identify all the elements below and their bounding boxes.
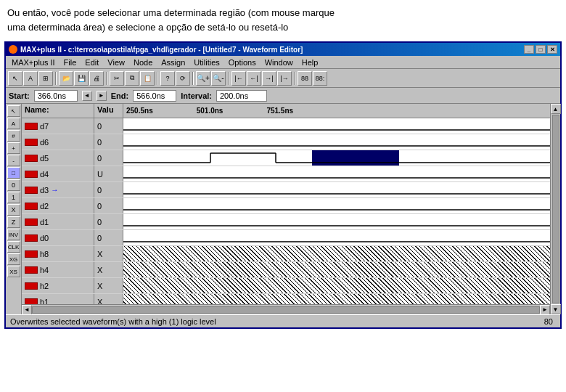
v-scrollbar: ▲ ▼ xyxy=(550,104,560,314)
sig-graph-d2[interactable] xyxy=(123,198,550,213)
sig-graph-d7[interactable] xyxy=(123,118,550,134)
close-button[interactable]: ✕ xyxy=(547,45,557,54)
table-row: d3 → 0 xyxy=(22,182,550,198)
lt-1[interactable]: 1 xyxy=(7,192,20,203)
menu-assign[interactable]: Assign xyxy=(157,57,189,68)
lt-inv[interactable]: INV xyxy=(7,229,20,240)
sig-svg-d6 xyxy=(123,134,550,150)
tb-btn-5[interactable]: 💾 xyxy=(74,71,89,86)
lt-0[interactable]: 0 xyxy=(7,179,20,191)
tb-btn-15[interactable]: |→ xyxy=(277,71,292,86)
start-field[interactable] xyxy=(34,90,78,102)
tb-btn-14[interactable]: →| xyxy=(262,71,276,86)
tb-btn-3[interactable]: ⊞ xyxy=(38,71,53,86)
lt-zoomout[interactable]: - xyxy=(7,155,20,166)
sig-graph-d0[interactable] xyxy=(123,230,550,245)
signal-name-d7: d7 xyxy=(22,118,94,134)
lt-zoomin[interactable]: + xyxy=(7,142,20,154)
lt-grid[interactable]: # xyxy=(7,130,20,142)
sig-graph-h2[interactable] xyxy=(123,278,550,293)
tb-btn-zoom-out[interactable]: 🔍- xyxy=(211,71,226,86)
sig-color-d5 xyxy=(25,155,38,162)
nav-next[interactable]: ► xyxy=(97,91,107,101)
start-label: Start: xyxy=(9,91,30,100)
sig-graph-d4[interactable] xyxy=(123,166,550,181)
lt-snap[interactable]: □ xyxy=(7,167,20,179)
lt-text[interactable]: A xyxy=(7,118,20,129)
tb-btn-17[interactable]: 88: xyxy=(313,71,327,86)
tb-btn-7[interactable]: ✂ xyxy=(110,71,124,86)
table-row: d5 0 xyxy=(22,150,550,166)
hscroll-left[interactable]: ◄ xyxy=(22,305,32,315)
sig-graph-d5[interactable] xyxy=(123,150,550,166)
lt-clk[interactable]: CLK xyxy=(7,241,20,253)
menu-options[interactable]: Options xyxy=(224,57,261,68)
menu-utilities[interactable]: Utilities xyxy=(189,57,223,68)
sig-val-d1: 0 xyxy=(94,214,123,229)
time-label-0: 250.5ns xyxy=(126,107,153,115)
sig-label-h4: h4 xyxy=(40,266,49,274)
sig-graph-d6[interactable] xyxy=(123,134,550,150)
sig-graph-h1[interactable] xyxy=(123,294,550,304)
sig-val-d7: 0 xyxy=(94,118,123,134)
menu-window[interactable]: Window xyxy=(261,57,298,68)
sig-label-d5: d5 xyxy=(40,154,49,163)
wf-name-header: Name: xyxy=(22,104,94,118)
tb-btn-16[interactable]: 88 xyxy=(298,71,312,86)
hscroll-track[interactable] xyxy=(32,306,540,314)
menu-maxplusii[interactable]: MAX+plus II xyxy=(7,57,60,68)
menu-file[interactable]: File xyxy=(60,57,81,68)
sig-val-d4: U xyxy=(94,166,123,181)
tb-btn-6[interactable]: 🖨 xyxy=(89,71,104,86)
sig-val-h2: X xyxy=(94,278,123,293)
sig-color-h8 xyxy=(25,250,38,258)
sig-val-d6: 0 xyxy=(94,134,123,150)
lt-x[interactable]: X xyxy=(7,204,20,216)
lt-z[interactable]: Z xyxy=(7,216,20,228)
sig-graph-d1[interactable] xyxy=(123,214,550,229)
signal-name-d4: d4 xyxy=(22,166,94,181)
nav-prev[interactable]: ◄ xyxy=(82,91,92,101)
interval-field[interactable] xyxy=(216,90,267,102)
sig-graph-h4[interactable] xyxy=(123,262,550,277)
sig-color-d7 xyxy=(25,123,38,130)
tb-btn-8[interactable]: ⧉ xyxy=(125,71,139,86)
tb-btn-13[interactable]: ←| xyxy=(247,71,261,86)
sig-label-d1: d1 xyxy=(40,218,49,226)
sig-graph-h8[interactable] xyxy=(123,246,550,261)
sig-label-d3: d3 xyxy=(40,186,49,195)
table-row: d4 U xyxy=(22,166,550,182)
intro-line1: Ou então, você pode selecionar uma deter… xyxy=(7,6,559,20)
lt-xg[interactable]: XG xyxy=(7,253,20,265)
menu-view[interactable]: View xyxy=(103,57,129,68)
minimize-button[interactable]: _ xyxy=(524,45,534,54)
tb-btn-zoom-in[interactable]: 🔍+ xyxy=(196,71,210,86)
tb-btn-2[interactable]: A xyxy=(23,71,38,86)
tb-btn-9[interactable]: 📋 xyxy=(140,71,155,86)
tb-btn-4[interactable]: 📂 xyxy=(59,71,73,86)
vscroll-track[interactable] xyxy=(552,115,559,303)
lt-xs[interactable]: XS xyxy=(7,266,20,277)
end-field[interactable] xyxy=(133,90,176,102)
window-title: MAX+plus II - c:\terroso\apostila\fpga_v… xyxy=(20,46,303,54)
vscroll-up[interactable]: ▲ xyxy=(551,104,561,114)
menu-help[interactable]: Help xyxy=(298,57,323,68)
sig-val-h4: X xyxy=(94,262,123,277)
menu-node[interactable]: Node xyxy=(129,57,157,68)
lt-select[interactable]: ↖ xyxy=(7,105,20,117)
sig-label-d6: d6 xyxy=(40,138,49,147)
tb-btn-11[interactable]: ⟳ xyxy=(176,71,190,86)
signal-name-h1: h1 xyxy=(22,294,94,304)
vscroll-down[interactable]: ▼ xyxy=(551,304,561,314)
sig-svg-d0 xyxy=(123,230,550,245)
menu-edit[interactable]: Edit xyxy=(81,57,103,68)
sig-graph-d3[interactable] xyxy=(123,182,550,197)
wf-val-header: Valu xyxy=(94,104,123,118)
maximize-button[interactable]: □ xyxy=(536,45,546,54)
hscroll-right[interactable]: ► xyxy=(540,305,550,315)
tb-btn-12[interactable]: |← xyxy=(231,71,246,86)
h-scrollbar: ◄ ► xyxy=(22,304,550,314)
tb-btn-1[interactable]: ↖ xyxy=(8,71,22,86)
tb-btn-10[interactable]: ? xyxy=(160,71,175,86)
sig-label-d2: d2 xyxy=(40,202,49,211)
